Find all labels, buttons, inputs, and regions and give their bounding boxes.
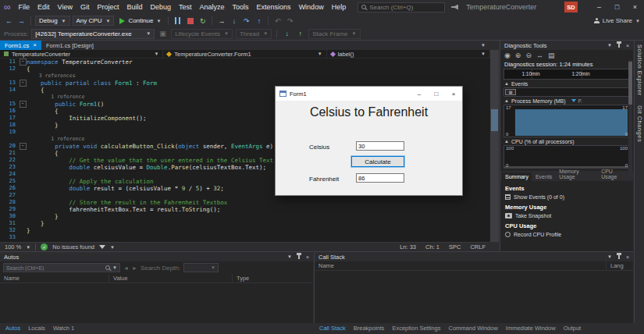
search-input[interactable] — [369, 4, 455, 11]
health-check-icon[interactable]: ✓ — [41, 243, 48, 250]
break-all-icon[interactable] — [173, 16, 183, 26]
menu-git[interactable]: Git — [76, 0, 94, 14]
line-ending[interactable]: CRLF — [470, 243, 486, 250]
next-result-icon[interactable]: ► — [132, 265, 137, 271]
autos-search[interactable]: ▼ — [3, 263, 120, 272]
menu-file[interactable]: File — [15, 0, 34, 14]
process-list-icon[interactable]: ▣ — [158, 29, 168, 39]
memory-section-header[interactable]: ▲ Process Memory (MB) P. — [500, 97, 633, 105]
code-line[interactable] — [27, 234, 490, 241]
menu-window[interactable]: Window — [295, 0, 328, 14]
search-options-icon[interactable]: ▼ — [112, 265, 117, 270]
zoom-out-icon[interactable]: ⊖ — [525, 52, 532, 59]
document-well-menu-icon[interactable]: ▼ — [481, 43, 490, 48]
fold-toggle-icon[interactable] — [19, 101, 27, 108]
tool-tab-exception-settings[interactable]: Exception Settings — [388, 323, 444, 334]
column-value[interactable]: Value — [109, 274, 233, 282]
code-row[interactable]: 31 } — [0, 220, 490, 227]
fold-toggle-icon[interactable] — [19, 143, 27, 150]
minimize-button[interactable]: – — [590, 0, 608, 14]
memory-chart[interactable]: 17 0 17 0 — [503, 105, 630, 137]
code-row[interactable]: 3 references — [0, 73, 490, 80]
code-line[interactable]: fahrenheitTextBox.Text = result.ToString… — [27, 206, 490, 213]
app-maximize-button[interactable]: □ — [428, 87, 445, 101]
tool-tab-watch-1[interactable]: Watch 1 — [49, 323, 78, 334]
zoom-dropdown-icon[interactable]: ▼ — [26, 245, 30, 250]
step-out-icon[interactable]: ↑ — [254, 16, 264, 26]
fahrenheit-input[interactable] — [356, 173, 404, 183]
account-avatar[interactable]: SD — [564, 2, 578, 12]
step-into-icon[interactable]: ↓ — [229, 16, 239, 26]
autos-body[interactable] — [0, 283, 313, 323]
platform-dropdown[interactable]: Any CPU▼ — [73, 16, 115, 26]
zoom-in-icon[interactable]: ⊕ — [515, 52, 521, 59]
maximize-button[interactable]: □ — [608, 0, 626, 14]
filter-dropdown-icon[interactable]: ▼ — [110, 245, 115, 250]
thread-dropdown[interactable]: Thread▼ — [236, 29, 272, 39]
tool-tab-breakpoints[interactable]: Breakpoints — [350, 323, 389, 334]
window-position-icon[interactable]: ▼ — [607, 43, 612, 48]
diagnostics-timeline[interactable]: 1:10min 1:20min — [503, 69, 630, 80]
pin-icon[interactable] — [618, 43, 620, 48]
call-stack-body[interactable] — [315, 271, 633, 323]
menu-project[interactable]: Project — [93, 0, 123, 14]
code-line[interactable]: // Store the result in the Fahrenheit Te… — [27, 199, 490, 206]
fold-toggle-icon[interactable] — [19, 80, 27, 87]
space-mode[interactable]: SPC — [449, 243, 461, 250]
code-line[interactable]: } — [27, 213, 490, 220]
reset-view-icon[interactable]: ↔ — [536, 52, 543, 59]
app-titlebar[interactable]: Form1 – □ × — [276, 87, 462, 101]
rail-tab-solution-explorer[interactable]: Solution Explorer — [636, 44, 643, 96]
code-line[interactable]: namespace TemperatureConverter — [27, 59, 490, 66]
close-icon[interactable]: × — [306, 254, 309, 260]
diagnostics-scrollbar[interactable] — [628, 60, 632, 177]
column-name[interactable]: Name — [315, 261, 607, 270]
code-row[interactable]: 28 // Store the result in the Fahrenheit… — [0, 199, 490, 206]
cpu-chart[interactable]: 100 0 100 0 — [503, 145, 630, 169]
events-section-header[interactable]: ▲ Events — [500, 80, 633, 87]
tool-tab-immediate-window[interactable]: Immediate Window — [502, 323, 560, 334]
window-position-icon[interactable]: ▼ — [607, 254, 612, 259]
code-line[interactable]: { — [27, 66, 490, 73]
menu-build[interactable]: Build — [123, 0, 146, 14]
menu-tools[interactable]: Tools — [229, 0, 253, 14]
doc-tab-form1-cs[interactable]: Form1.cs× — [0, 41, 41, 50]
scrollbar-thumb[interactable] — [628, 62, 632, 105]
filter-icon[interactable] — [99, 245, 105, 249]
code-row[interactable]: 30 } — [0, 213, 490, 220]
code-row[interactable]: 32} — [0, 227, 490, 234]
search-depth-dropdown[interactable]: ▼ — [183, 263, 219, 272]
menu-test[interactable]: Test — [175, 0, 196, 14]
codelens-references[interactable]: 3 references — [27, 73, 490, 80]
issues-text[interactable]: No issues found — [52, 243, 94, 250]
navigate-back-icon[interactable]: ← — [4, 16, 14, 26]
app-close-button[interactable]: × — [445, 87, 462, 101]
code-row[interactable]: 29 fahrenheitTextBox.Text = result.ToStr… — [0, 206, 490, 213]
restart-icon[interactable]: ↻ — [197, 16, 208, 26]
live-share-button[interactable]: Live Share ▼ — [594, 17, 640, 24]
menu-view[interactable]: View — [54, 0, 76, 14]
quick-search[interactable] — [358, 2, 445, 12]
navigate-forward-icon[interactable]: → — [16, 16, 27, 26]
close-icon[interactable]: × — [626, 254, 629, 260]
tab-close-icon[interactable]: × — [33, 42, 37, 48]
close-button[interactable]: × — [626, 0, 644, 14]
editor-scrollbar[interactable] — [490, 50, 499, 242]
menu-extensions[interactable]: Extensions — [253, 0, 295, 14]
column-lang[interactable]: Lang — [607, 261, 633, 270]
zoom-level[interactable]: 100 % — [5, 243, 21, 250]
project-dropdown[interactable]: TemperatureConverter▼ — [0, 50, 163, 58]
code-row[interactable]: 11namespace TemperatureConverter — [0, 59, 490, 66]
take-snapshot-link[interactable]: Take Snapshot — [505, 213, 628, 219]
previous-result-icon[interactable]: ◄ — [123, 265, 129, 271]
record-cpu-profile-link[interactable]: Record CPU Profile — [505, 232, 628, 237]
calculate-button[interactable]: Calculate — [351, 156, 404, 167]
redo-icon[interactable]: ↷ — [285, 16, 295, 26]
menu-analyze[interactable]: Analyze — [196, 0, 229, 14]
column-name[interactable]: Name — [0, 274, 109, 282]
code-line[interactable]: } — [27, 220, 490, 227]
code-row[interactable]: 12{ — [0, 66, 490, 73]
tool-tab-command-window[interactable]: Command Window — [445, 323, 502, 334]
memory-filter-icon[interactable] — [571, 99, 576, 102]
diagnostics-tab-memory-usage[interactable]: Memory Usage — [556, 167, 597, 181]
